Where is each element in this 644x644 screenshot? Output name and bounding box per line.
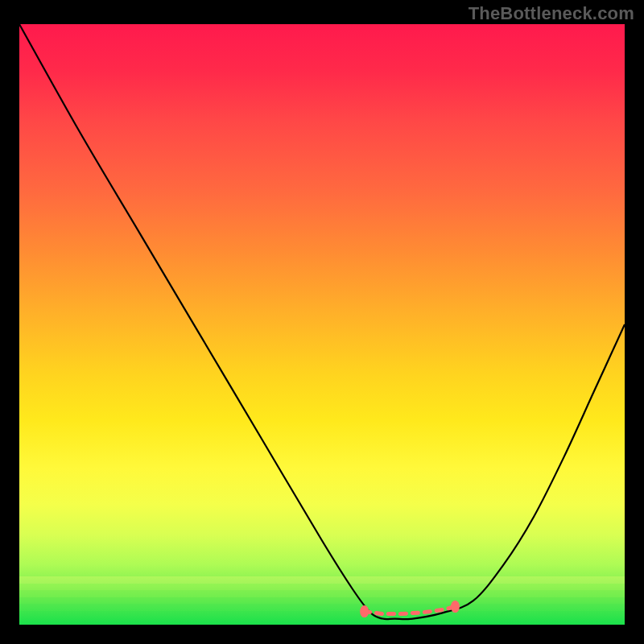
bottleneck-curve xyxy=(19,24,625,619)
plot-area xyxy=(19,24,625,625)
optimum-markers xyxy=(360,601,460,617)
optimum-end-dot xyxy=(451,601,460,613)
watermark-label: TheBottleneck.com xyxy=(469,3,634,24)
optimum-start-dot xyxy=(360,605,369,617)
curve-line xyxy=(19,24,625,619)
chart-frame: TheBottleneck.com xyxy=(0,0,644,644)
curve-layer xyxy=(19,24,625,625)
